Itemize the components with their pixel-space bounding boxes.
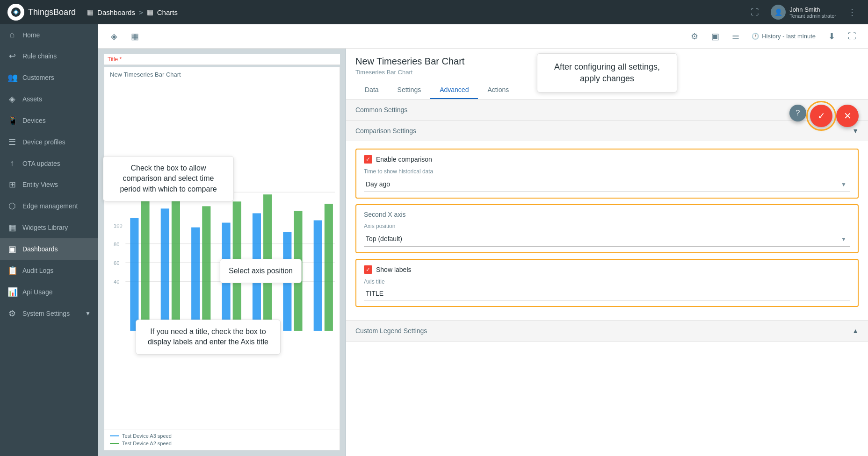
svg-point-1: [14, 11, 17, 14]
api-icon: 📊: [7, 287, 17, 297]
gear-icon[interactable]: ⚙: [686, 28, 703, 45]
history-clock-icon: 🕐: [752, 33, 759, 40]
tab-settings[interactable]: Settings: [388, 81, 431, 99]
axis-position-select-wrapper: Top (default) Bottom ▼: [364, 231, 850, 247]
history-label: History - last minute: [762, 33, 816, 40]
svg-rect-13: [161, 208, 169, 331]
sidebar-item-label: System Settings: [22, 310, 70, 317]
svg-rect-18: [314, 221, 322, 331]
tab-actions[interactable]: Actions: [478, 81, 518, 99]
legend-color-1: [110, 435, 119, 436]
legend-label-1: Test Device A3 speed: [122, 433, 172, 439]
fullscreen-expand-icon[interactable]: ⛶: [844, 28, 861, 45]
sidebar-item-rule-chains[interactable]: ↩ Rule chains: [0, 45, 98, 67]
svg-rect-21: [202, 206, 210, 331]
title-callout-box: If you need a title, check the box to di…: [136, 320, 281, 355]
svg-rect-25: [325, 204, 333, 331]
comparison-tooltip-text: Check the box to allow comparison and se…: [120, 164, 217, 193]
sidebar-item-audit-logs[interactable]: 📋 Audit Logs: [0, 260, 98, 281]
axis-position-select[interactable]: Top (default) Bottom: [364, 231, 850, 247]
help-button[interactable]: ?: [789, 105, 806, 121]
title-tooltip-text: If you need a title, check the box to di…: [148, 328, 268, 346]
home-icon: ⌂: [7, 30, 17, 40]
time-select[interactable]: Day ago Week ago Month ago Year ago: [364, 177, 850, 192]
show-labels-checkbox[interactable]: ✓: [364, 265, 372, 274]
breadcrumb-parent[interactable]: Dashboards: [97, 8, 135, 16]
sidebar-item-edge-management[interactable]: ⬡ Edge management: [0, 195, 98, 217]
apply-callout: After configuring all settings, apply ch…: [537, 53, 677, 93]
edge-icon: ⬡: [7, 201, 17, 211]
svg-rect-14: [191, 228, 200, 331]
grid-tab-icon[interactable]: ▦: [126, 28, 143, 45]
svg-rect-12: [130, 218, 138, 331]
breadcrumb-current: Charts: [157, 8, 178, 16]
comparison-settings-collapse-icon: ▼: [852, 127, 859, 135]
title-tooltip: If you need a title, check the box to di…: [136, 320, 281, 355]
filter-icon[interactable]: ⚌: [727, 28, 744, 45]
second-x-axis-label: Second X axis: [364, 211, 850, 218]
content-area: ◈ ▦ ⚙ ▣ ⚌ 🕐 History - last minute ⬇ ⛶ Ti…: [98, 24, 868, 456]
fullscreen-icon[interactable]: ⛶: [746, 4, 763, 21]
secondary-toolbar: ◈ ▦ ⚙ ▣ ⚌ 🕐 History - last minute ⬇ ⛶: [98, 24, 868, 49]
svg-rect-19: [141, 199, 149, 331]
user-role: Tenant administrator: [789, 13, 836, 19]
sidebar-item-ota-updates[interactable]: ↑ OTA updates: [0, 153, 98, 174]
dashboard-settings-icon[interactable]: ▣: [707, 28, 723, 45]
enable-comparison-checkbox[interactable]: ✓: [364, 155, 372, 164]
sidebar-item-label: Edge management: [22, 202, 78, 210]
app-logo: ThingsBoard: [7, 4, 76, 21]
sidebar-item-customers[interactable]: 👥 Customers: [0, 67, 98, 88]
comparison-settings-section: Comparison Settings ▼ ✓ Enable compariso…: [346, 121, 868, 321]
sidebar-item-assets[interactable]: ◈ Assets: [0, 88, 98, 110]
sidebar-item-dashboards[interactable]: ▣ Dashboards: [0, 238, 98, 260]
download-icon[interactable]: ⬇: [823, 28, 840, 45]
sidebar-item-home[interactable]: ⌂ Home: [0, 24, 98, 45]
toolbar-right: ⚙ ▣ ⚌ 🕐 History - last minute ⬇ ⛶: [686, 28, 861, 45]
axis-position-field: Axis position Top (default) Bottom ▼: [364, 223, 850, 247]
main-layout: ⌂ Home ↩ Rule chains 👥 Customers ◈ Asset…: [0, 24, 868, 456]
comparison-settings-content: ✓ Enable comparison Time to show histori…: [346, 141, 868, 320]
comparison-settings-label: Comparison Settings: [355, 127, 416, 135]
logo-icon: [7, 4, 24, 21]
entity-views-icon: ⊞: [7, 179, 17, 190]
enable-comparison-highlighted: ✓ Enable comparison Time to show histori…: [355, 149, 859, 199]
history-button[interactable]: 🕐 History - last minute: [748, 31, 819, 42]
widget-preview-panel: Title * New Timeseries Bar Chart 160 100…: [98, 49, 346, 456]
sidebar-item-devices[interactable]: 📱 Devices: [0, 110, 98, 131]
sidebar-item-api-usage[interactable]: 📊 Api Usage: [0, 281, 98, 303]
assets-icon: ◈: [7, 94, 17, 104]
sidebar-item-label: Audit Logs: [22, 267, 53, 274]
axis-tooltip: Select axis position: [220, 259, 302, 283]
sidebar-item-label: Assets: [22, 95, 42, 103]
sidebar-item-entity-views[interactable]: ⊞ Entity Views: [0, 174, 98, 195]
tab-advanced[interactable]: Advanced: [430, 81, 478, 99]
second-x-axis-highlighted: Second X axis Axis position Top (default…: [355, 204, 859, 253]
sidebar-item-label: OTA updates: [22, 160, 60, 167]
sidebar-item-label: Customers: [22, 74, 54, 81]
breadcrumb-icon: ▦: [87, 8, 94, 16]
axis-title-input[interactable]: [364, 287, 850, 300]
chart-svg: 160 100 80 60 40: [104, 82, 340, 429]
axis-title-label: Axis title: [364, 278, 850, 285]
tab-settings-label: Settings: [398, 86, 421, 93]
widgets-icon: ▦: [7, 222, 17, 233]
cancel-button[interactable]: ✕: [836, 105, 859, 127]
svg-rect-20: [172, 192, 180, 331]
layers-tab-icon[interactable]: ◈: [106, 28, 123, 45]
svg-text:100: 100: [114, 223, 122, 228]
tab-data[interactable]: Data: [355, 81, 388, 99]
custom-legend-header[interactable]: Custom Legend Settings ▲: [346, 321, 868, 341]
workspace: Title * New Timeseries Bar Chart 160 100…: [98, 49, 868, 456]
sidebar-item-widgets-library[interactable]: ▦ Widgets Library: [0, 217, 98, 238]
comparison-callout-box: Check the box to allow comparison and se…: [103, 156, 234, 201]
confirm-button[interactable]: ✓: [810, 105, 832, 127]
more-menu-icon[interactable]: ⋮: [844, 4, 861, 21]
widget-editor-body: Common Settings ▲ Comparison Settings ▼: [346, 100, 868, 456]
expand-icon: ▼: [85, 310, 91, 317]
sidebar-item-system-settings[interactable]: ⚙ System Settings ▼: [0, 303, 98, 324]
sidebar-item-device-profiles[interactable]: ☰ Device profiles: [0, 131, 98, 153]
sidebar-item-label: Device profiles: [22, 138, 65, 146]
topbar-right: ⛶ 👤 John Smith Tenant administrator ⋮: [746, 4, 861, 21]
devices-icon: 📱: [7, 115, 17, 126]
sidebar-item-label: Api Usage: [22, 288, 53, 296]
